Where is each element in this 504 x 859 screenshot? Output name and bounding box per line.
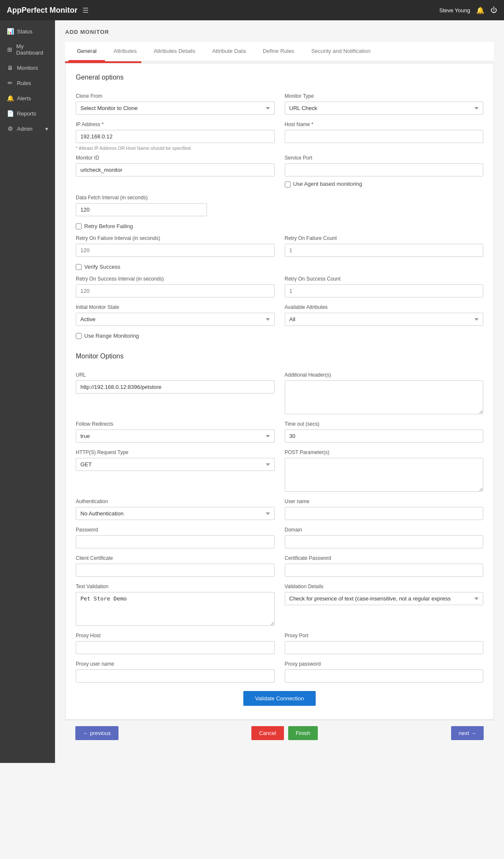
text-validation-textarea[interactable]: Pet Store Demo [76, 592, 275, 626]
password-input[interactable] [76, 535, 275, 548]
retry-before-failing-checkbox[interactable] [76, 223, 82, 229]
monitor-id-input[interactable] [76, 163, 275, 176]
verify-success-checkbox[interactable] [76, 264, 82, 270]
verify-success-label: Verify Success [84, 264, 120, 270]
sidebar-item-status[interactable]: 📊 Status [0, 24, 55, 39]
tab-security-notification[interactable]: Security and Notification [303, 42, 379, 61]
tab-attributes[interactable]: Attributes [105, 42, 145, 61]
menu-icon[interactable]: ☰ [83, 6, 88, 14]
proxy-username-input[interactable] [76, 669, 275, 683]
timeout-input[interactable] [285, 430, 484, 443]
retry-failure-count-group: Retry On Failure Count [285, 235, 484, 257]
additional-headers-group: Additional Header(s) [285, 372, 484, 414]
use-range-monitoring-row: Use Range Monitoring [76, 333, 483, 339]
row-password-domain: Password Domain [76, 527, 483, 548]
admin-wrap: ⚙ Admin [7, 125, 33, 132]
row-auth-username: Authentication No Authentication User na… [76, 498, 483, 520]
proxy-host-input[interactable] [76, 641, 275, 654]
retry-failure-interval-group: Retry On Failure Interval (in seconds) [76, 235, 275, 257]
proxy-port-label: Proxy Port [285, 633, 484, 639]
row-monitor-id-service-port: Monitor ID Service Port Use Agent based … [76, 155, 483, 188]
tab-attribute-data[interactable]: Attribute Data [204, 42, 254, 61]
service-port-input[interactable] [285, 163, 484, 176]
tab-general[interactable]: General [69, 42, 105, 61]
username-group: User name [285, 498, 484, 520]
use-agent-checkbox[interactable] [285, 182, 291, 187]
sidebar: 📊 Status ⊞ My Dashboard 🖥 Monitors ✏ Rul… [0, 20, 55, 763]
proxy-port-input[interactable] [285, 641, 484, 654]
post-params-textarea[interactable] [285, 458, 484, 492]
validate-connection-button[interactable]: Validate Connection [243, 691, 316, 706]
monitor-type-select[interactable]: URL Check [285, 102, 484, 115]
retry-failure-interval-label: Retry On Failure Interval (in seconds) [76, 235, 275, 241]
topbar: AppPerfect Monitor ☰ Steve Young 🔔 ⏻ [0, 0, 504, 20]
domain-label: Domain [285, 527, 484, 533]
monitor-type-label: Monitor Type [285, 93, 484, 99]
text-validation-group: Text Validation Pet Store Demo [76, 584, 275, 626]
ip-address-input[interactable] [76, 130, 275, 143]
url-input[interactable] [76, 380, 275, 394]
sidebar-item-admin[interactable]: ⚙ Admin ▾ [0, 121, 55, 136]
row-retry-failure: Retry On Failure Interval (in seconds) R… [76, 235, 483, 257]
sidebar-item-label: Monitors [17, 65, 38, 71]
tabs-container: General Attributes Attributes Details At… [65, 42, 494, 61]
retry-success-interval-input[interactable] [76, 284, 275, 297]
finish-button[interactable]: Finish [288, 726, 318, 740]
certificate-password-label: Certificate Password [285, 555, 484, 561]
post-params-group: POST Parameter(s) [285, 449, 484, 492]
sidebar-item-my-dashboard[interactable]: ⊞ My Dashboard [0, 39, 55, 60]
power-icon[interactable]: ⏻ [490, 6, 497, 14]
follow-redirects-select[interactable]: true [76, 430, 275, 443]
row-client-cert: Client Certificate Certificate Password [76, 555, 483, 577]
previous-button[interactable]: ← previous [75, 726, 118, 740]
text-validation-label: Text Validation [76, 584, 275, 589]
retry-failure-interval-input[interactable] [76, 244, 275, 257]
alerts-icon: 🔔 [7, 95, 14, 102]
certificate-password-input[interactable] [285, 564, 484, 577]
validation-details-group: Validation Details Check for presence of… [285, 584, 484, 605]
clone-from-select[interactable]: Select Monitor to Clone [76, 102, 275, 115]
ip-hint: * Atleast IP Address OR Host Name should… [76, 146, 483, 151]
retry-success-interval-label: Retry On Success Interval (in seconds) [76, 276, 275, 282]
sidebar-item-alerts[interactable]: 🔔 Alerts [0, 91, 55, 106]
client-certificate-input[interactable] [76, 564, 275, 577]
bell-icon[interactable]: 🔔 [476, 6, 485, 14]
available-attributes-select[interactable]: All [285, 313, 484, 326]
proxy-password-input[interactable] [285, 669, 484, 683]
retry-failure-count-input[interactable] [285, 244, 484, 257]
use-range-monitoring-checkbox[interactable] [76, 333, 82, 339]
rules-icon: ✏ [7, 80, 14, 86]
sidebar-item-rules[interactable]: ✏ Rules [0, 75, 55, 91]
initial-state-select[interactable]: Active [76, 313, 275, 326]
data-fetch-input[interactable] [76, 203, 207, 216]
tab-attributes-details[interactable]: Attributes Details [145, 42, 204, 61]
http-request-type-label: HTTP(S) Request Type [76, 449, 275, 455]
sidebar-item-reports[interactable]: 📄 Reports [0, 106, 55, 121]
row-data-fetch: Data Fetch Interval (in seconds) [76, 195, 483, 216]
footer-bar: ← previous Cancel Finish next → [65, 720, 494, 746]
sidebar-item-monitors[interactable]: 🖥 Monitors [0, 60, 55, 75]
http-request-type-select[interactable]: GET [76, 458, 275, 471]
next-button[interactable]: next → [451, 726, 484, 740]
tab-define-rules[interactable]: Define Rules [254, 42, 303, 61]
cancel-button[interactable]: Cancel [251, 726, 284, 740]
monitor-id-label: Monitor ID [76, 155, 275, 161]
additional-headers-textarea[interactable] [285, 380, 484, 414]
domain-input[interactable] [285, 535, 484, 548]
app-brand: AppPerfect Monitor [7, 6, 77, 15]
monitor-options-section: Monitor Options URL Additional Header(s) [76, 352, 483, 706]
host-name-input[interactable] [285, 130, 484, 143]
sidebar-item-label: Admin [17, 126, 33, 132]
username-input[interactable] [285, 507, 484, 520]
ip-address-group: IP Address * [76, 121, 275, 143]
sidebar-item-label: Status [17, 28, 33, 35]
row-text-validation: Text Validation Pet Store Demo Validatio… [76, 584, 483, 626]
topbar-right: Steve Young 🔔 ⏻ [439, 6, 497, 14]
use-agent-label: Use Agent based monitoring [293, 181, 362, 187]
authentication-select[interactable]: No Authentication [76, 507, 275, 520]
retry-success-count-input[interactable] [285, 284, 484, 297]
validation-details-select[interactable]: Check for presence of text (case-insensi… [285, 592, 484, 605]
client-certificate-group: Client Certificate [76, 555, 275, 577]
domain-group: Domain [285, 527, 484, 548]
service-port-label: Service Port [285, 155, 484, 161]
